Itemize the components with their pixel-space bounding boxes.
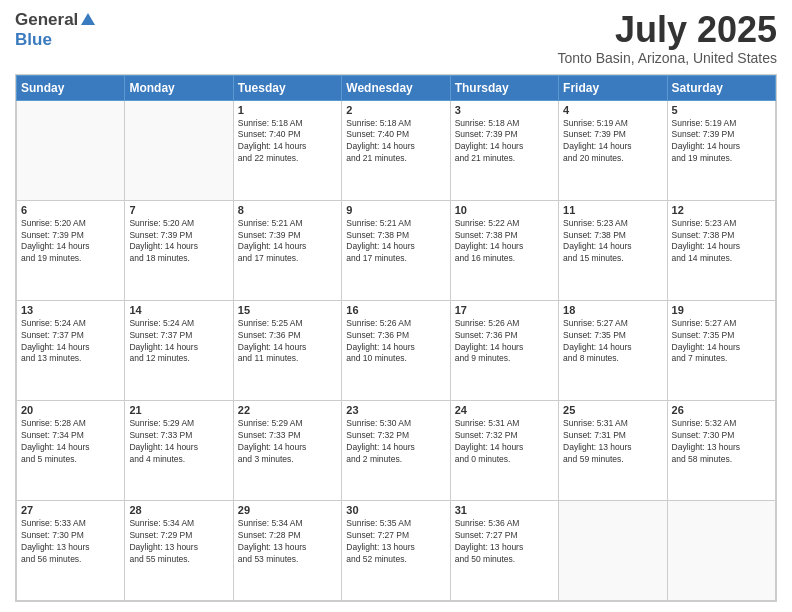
- day-info: Sunrise: 5:28 AM Sunset: 7:34 PM Dayligh…: [21, 418, 120, 466]
- table-row: 23Sunrise: 5:30 AM Sunset: 7:32 PM Dayli…: [342, 400, 450, 500]
- logo-blue: Blue: [15, 30, 52, 49]
- day-number: 19: [672, 304, 771, 316]
- table-row: 2Sunrise: 5:18 AM Sunset: 7:40 PM Daylig…: [342, 100, 450, 200]
- day-number: 23: [346, 404, 445, 416]
- day-info: Sunrise: 5:34 AM Sunset: 7:28 PM Dayligh…: [238, 518, 337, 566]
- table-row: 15Sunrise: 5:25 AM Sunset: 7:36 PM Dayli…: [233, 300, 341, 400]
- day-info: Sunrise: 5:24 AM Sunset: 7:37 PM Dayligh…: [21, 318, 120, 366]
- header-thursday: Thursday: [450, 75, 558, 100]
- day-number: 4: [563, 104, 662, 116]
- day-number: 30: [346, 504, 445, 516]
- table-row: 16Sunrise: 5:26 AM Sunset: 7:36 PM Dayli…: [342, 300, 450, 400]
- day-number: 24: [455, 404, 554, 416]
- day-info: Sunrise: 5:23 AM Sunset: 7:38 PM Dayligh…: [563, 218, 662, 266]
- day-number: 20: [21, 404, 120, 416]
- table-row: 30Sunrise: 5:35 AM Sunset: 7:27 PM Dayli…: [342, 500, 450, 600]
- title-section: July 2025 Tonto Basin, Arizona, United S…: [558, 10, 777, 66]
- day-info: Sunrise: 5:18 AM Sunset: 7:39 PM Dayligh…: [455, 118, 554, 166]
- table-row: [559, 500, 667, 600]
- day-info: Sunrise: 5:31 AM Sunset: 7:32 PM Dayligh…: [455, 418, 554, 466]
- day-info: Sunrise: 5:23 AM Sunset: 7:38 PM Dayligh…: [672, 218, 771, 266]
- day-info: Sunrise: 5:19 AM Sunset: 7:39 PM Dayligh…: [563, 118, 662, 166]
- table-row: 10Sunrise: 5:22 AM Sunset: 7:38 PM Dayli…: [450, 200, 558, 300]
- header-monday: Monday: [125, 75, 233, 100]
- day-info: Sunrise: 5:33 AM Sunset: 7:30 PM Dayligh…: [21, 518, 120, 566]
- table-row: 18Sunrise: 5:27 AM Sunset: 7:35 PM Dayli…: [559, 300, 667, 400]
- table-row: 3Sunrise: 5:18 AM Sunset: 7:39 PM Daylig…: [450, 100, 558, 200]
- day-number: 21: [129, 404, 228, 416]
- day-number: 29: [238, 504, 337, 516]
- day-info: Sunrise: 5:26 AM Sunset: 7:36 PM Dayligh…: [455, 318, 554, 366]
- day-number: 15: [238, 304, 337, 316]
- day-number: 10: [455, 204, 554, 216]
- day-info: Sunrise: 5:32 AM Sunset: 7:30 PM Dayligh…: [672, 418, 771, 466]
- day-number: 7: [129, 204, 228, 216]
- day-number: 22: [238, 404, 337, 416]
- table-row: [125, 100, 233, 200]
- header-wednesday: Wednesday: [342, 75, 450, 100]
- day-info: Sunrise: 5:21 AM Sunset: 7:39 PM Dayligh…: [238, 218, 337, 266]
- page-container: General Blue July 2025 Tonto Basin, Ariz…: [0, 0, 792, 612]
- calendar: Sunday Monday Tuesday Wednesday Thursday…: [15, 74, 777, 602]
- day-info: Sunrise: 5:26 AM Sunset: 7:36 PM Dayligh…: [346, 318, 445, 366]
- day-info: Sunrise: 5:18 AM Sunset: 7:40 PM Dayligh…: [346, 118, 445, 166]
- table-row: 8Sunrise: 5:21 AM Sunset: 7:39 PM Daylig…: [233, 200, 341, 300]
- table-row: 12Sunrise: 5:23 AM Sunset: 7:38 PM Dayli…: [667, 200, 775, 300]
- table-row: 5Sunrise: 5:19 AM Sunset: 7:39 PM Daylig…: [667, 100, 775, 200]
- day-info: Sunrise: 5:19 AM Sunset: 7:39 PM Dayligh…: [672, 118, 771, 166]
- day-info: Sunrise: 5:30 AM Sunset: 7:32 PM Dayligh…: [346, 418, 445, 466]
- day-info: Sunrise: 5:24 AM Sunset: 7:37 PM Dayligh…: [129, 318, 228, 366]
- header-saturday: Saturday: [667, 75, 775, 100]
- day-number: 31: [455, 504, 554, 516]
- table-row: 29Sunrise: 5:34 AM Sunset: 7:28 PM Dayli…: [233, 500, 341, 600]
- day-number: 16: [346, 304, 445, 316]
- day-number: 25: [563, 404, 662, 416]
- day-number: 12: [672, 204, 771, 216]
- day-number: 18: [563, 304, 662, 316]
- table-row: 1Sunrise: 5:18 AM Sunset: 7:40 PM Daylig…: [233, 100, 341, 200]
- logo: General Blue: [15, 10, 97, 50]
- day-info: Sunrise: 5:20 AM Sunset: 7:39 PM Dayligh…: [21, 218, 120, 266]
- day-number: 14: [129, 304, 228, 316]
- day-number: 2: [346, 104, 445, 116]
- day-number: 6: [21, 204, 120, 216]
- logo-icon: [79, 11, 97, 29]
- day-number: 27: [21, 504, 120, 516]
- day-number: 1: [238, 104, 337, 116]
- day-info: Sunrise: 5:27 AM Sunset: 7:35 PM Dayligh…: [563, 318, 662, 366]
- day-info: Sunrise: 5:36 AM Sunset: 7:27 PM Dayligh…: [455, 518, 554, 566]
- day-info: Sunrise: 5:21 AM Sunset: 7:38 PM Dayligh…: [346, 218, 445, 266]
- table-row: 19Sunrise: 5:27 AM Sunset: 7:35 PM Dayli…: [667, 300, 775, 400]
- table-row: 11Sunrise: 5:23 AM Sunset: 7:38 PM Dayli…: [559, 200, 667, 300]
- table-row: 13Sunrise: 5:24 AM Sunset: 7:37 PM Dayli…: [17, 300, 125, 400]
- day-number: 26: [672, 404, 771, 416]
- calendar-header-row: Sunday Monday Tuesday Wednesday Thursday…: [17, 75, 776, 100]
- header-friday: Friday: [559, 75, 667, 100]
- header-sunday: Sunday: [17, 75, 125, 100]
- calendar-week-row: 27Sunrise: 5:33 AM Sunset: 7:30 PM Dayli…: [17, 500, 776, 600]
- day-info: Sunrise: 5:29 AM Sunset: 7:33 PM Dayligh…: [238, 418, 337, 466]
- calendar-week-row: 20Sunrise: 5:28 AM Sunset: 7:34 PM Dayli…: [17, 400, 776, 500]
- day-info: Sunrise: 5:35 AM Sunset: 7:27 PM Dayligh…: [346, 518, 445, 566]
- day-info: Sunrise: 5:18 AM Sunset: 7:40 PM Dayligh…: [238, 118, 337, 166]
- day-info: Sunrise: 5:22 AM Sunset: 7:38 PM Dayligh…: [455, 218, 554, 266]
- day-info: Sunrise: 5:27 AM Sunset: 7:35 PM Dayligh…: [672, 318, 771, 366]
- table-row: 22Sunrise: 5:29 AM Sunset: 7:33 PM Dayli…: [233, 400, 341, 500]
- svg-marker-0: [81, 13, 95, 25]
- table-row: 25Sunrise: 5:31 AM Sunset: 7:31 PM Dayli…: [559, 400, 667, 500]
- calendar-week-row: 13Sunrise: 5:24 AM Sunset: 7:37 PM Dayli…: [17, 300, 776, 400]
- day-info: Sunrise: 5:29 AM Sunset: 7:33 PM Dayligh…: [129, 418, 228, 466]
- logo-text-block: General Blue: [15, 10, 97, 50]
- location: Tonto Basin, Arizona, United States: [558, 50, 777, 66]
- day-number: 13: [21, 304, 120, 316]
- calendar-week-row: 1Sunrise: 5:18 AM Sunset: 7:40 PM Daylig…: [17, 100, 776, 200]
- table-row: 7Sunrise: 5:20 AM Sunset: 7:39 PM Daylig…: [125, 200, 233, 300]
- day-info: Sunrise: 5:31 AM Sunset: 7:31 PM Dayligh…: [563, 418, 662, 466]
- table-row: 27Sunrise: 5:33 AM Sunset: 7:30 PM Dayli…: [17, 500, 125, 600]
- table-row: 17Sunrise: 5:26 AM Sunset: 7:36 PM Dayli…: [450, 300, 558, 400]
- table-row: 4Sunrise: 5:19 AM Sunset: 7:39 PM Daylig…: [559, 100, 667, 200]
- calendar-week-row: 6Sunrise: 5:20 AM Sunset: 7:39 PM Daylig…: [17, 200, 776, 300]
- month-title: July 2025: [558, 10, 777, 50]
- table-row: [17, 100, 125, 200]
- table-row: 21Sunrise: 5:29 AM Sunset: 7:33 PM Dayli…: [125, 400, 233, 500]
